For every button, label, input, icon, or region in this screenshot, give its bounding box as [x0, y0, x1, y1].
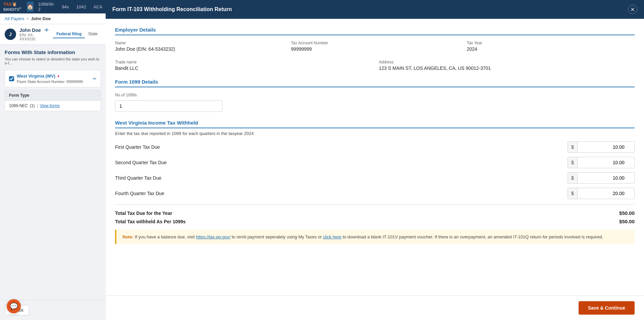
- q2-currency: $: [568, 157, 578, 168]
- forms-state-section: Forms With State information You can cho…: [0, 45, 106, 300]
- tax-account-value: 99999999: [291, 46, 459, 52]
- home-icon[interactable]: 🏠: [27, 2, 34, 12]
- modal-body: Employer Details Name John Doe (EIN: 64-…: [106, 19, 644, 295]
- q1-currency: $: [568, 142, 578, 152]
- q1-row: First Quarter Tax Due $: [115, 141, 635, 153]
- form-1099-section-header: Form 1099 Details: [115, 79, 635, 87]
- logo-text: TAX🦉BANDITS®: [3, 2, 21, 12]
- wv-income-section: West Virginia Income Tax Withheld Enter …: [115, 120, 635, 244]
- q4-row: Fourth Quarter Tax Due $: [115, 188, 635, 199]
- breadcrumb-separator: >: [26, 16, 29, 21]
- nav-1099-w2[interactable]: 1099/W-2: [36, 0, 57, 13]
- q3-currency: $: [568, 173, 578, 183]
- note-link-click-here[interactable]: click here: [323, 234, 341, 239]
- edit-icon[interactable]: ✏: [93, 76, 97, 81]
- forms-state-title: Forms With State information: [5, 49, 101, 55]
- employer-details-grid-2: Trade name Bandit LLC Address 123 S MAIN…: [115, 60, 635, 71]
- wv-desc: Enter the tax due reported in 1099 for e…: [115, 131, 635, 136]
- form-type-table: Form Type 1099-NEC (1) | View forms: [5, 90, 101, 111]
- tab-federal[interactable]: Federal filing: [53, 30, 85, 38]
- user-tabs: Federal filing State: [53, 30, 101, 38]
- trade-name-value: Bandit LLC: [115, 65, 371, 71]
- breadcrumb-current: John Doe: [31, 16, 51, 21]
- q2-input-wrapper: $: [568, 157, 635, 168]
- form-1099-section: No.of 1099s: [115, 93, 635, 112]
- note-link-wv[interactable]: https://tax.wv.gov/: [196, 234, 230, 239]
- note-text-1: If you have a balance due, visit: [135, 234, 196, 239]
- total-due-label: Total Tax Due for the Year: [115, 211, 172, 216]
- nav-94x[interactable]: 94x: [59, 3, 72, 11]
- no-of-1099s-input[interactable]: [115, 100, 222, 112]
- total-due-value: $50.00: [619, 210, 635, 216]
- q4-currency: $: [568, 188, 578, 199]
- name-label: Name: [115, 41, 283, 45]
- note-text-3: to download a blank IT-101V payment vouc…: [342, 234, 603, 239]
- tax-account-field: Tax Account Number 99999999: [291, 41, 459, 52]
- q2-label: Second Quarter Tax Due: [115, 160, 167, 165]
- address-label: Address: [379, 60, 635, 64]
- total-withheld-value: $50.00: [619, 219, 635, 224]
- user-name: John Doe: [19, 28, 41, 33]
- q4-label: Fourth Quarter Tax Due: [115, 191, 164, 196]
- q2-input[interactable]: [578, 157, 628, 168]
- q3-input[interactable]: [578, 173, 628, 183]
- state-account-info: Payer State Account Number: 99999999: [17, 80, 90, 84]
- trade-name-field: Trade name Bandit LLC: [115, 60, 371, 71]
- q4-input-wrapper: $: [568, 188, 635, 199]
- q3-row: Third Quarter Tax Due $: [115, 172, 635, 184]
- form-type-count: (1): [30, 103, 35, 108]
- employer-section-header: Employer Details: [115, 27, 635, 35]
- trade-name-label: Trade name: [115, 60, 371, 64]
- modal-title: Form IT-103 Withholding Reconciliation R…: [112, 6, 232, 12]
- note-box: Note: If you have a balance due, visit h…: [115, 230, 635, 244]
- nav-1042[interactable]: 1042: [73, 3, 89, 11]
- state-checkbox-wv[interactable]: [9, 76, 14, 81]
- user-ein: EIN: XX-XXXX232: [19, 33, 50, 41]
- employer-details-grid: Name John Doe (EIN: 64-5343232) Tax Acco…: [115, 41, 635, 52]
- tax-year-value: 2024: [467, 46, 635, 52]
- q4-input[interactable]: [578, 188, 628, 199]
- divider-1: [115, 204, 635, 205]
- save-continue-button[interactable]: Save & Continue: [579, 301, 635, 315]
- q2-row: Second Quarter Tax Due $: [115, 157, 635, 168]
- modal-header: Form IT-103 Withholding Reconciliation R…: [106, 0, 644, 19]
- chat-bubble[interactable]: 💬: [7, 299, 21, 313]
- modal-footer: Save & Continue: [106, 295, 644, 320]
- avatar: J: [5, 29, 16, 40]
- top-nav: TAX🦉BANDITS® 🏠 1099/W-2 94x 1042 ACA Pri…: [0, 0, 106, 13]
- employer-name-field: Name John Doe (EIN: 64-5343232): [115, 41, 283, 52]
- breadcrumb: All Payers > John Doe: [0, 13, 106, 24]
- state-item-wv: West Virginia (WV) ● Payer State Account…: [5, 70, 101, 87]
- tab-state[interactable]: State: [85, 30, 101, 38]
- address-value: 123 S MAIN ST, LOS ANGELES, CA, US 90012…: [379, 65, 635, 71]
- view-forms-link[interactable]: View forms: [40, 103, 60, 108]
- form-type-header: Form Type: [5, 90, 101, 101]
- modal-form-it103: Form IT-103 Withholding Reconciliation R…: [106, 0, 644, 320]
- form-type-value: 1099-NEC: [9, 103, 28, 108]
- user-area: J John Doe 👁 EIN: XX-XXXX232 Federal fil…: [0, 24, 106, 45]
- forms-state-desc: You can choose to select or deselect the…: [5, 57, 101, 65]
- q1-label: First Quarter Tax Due: [115, 144, 160, 150]
- q3-input-wrapper: $: [568, 172, 635, 184]
- modal-close-button[interactable]: ×: [628, 5, 637, 14]
- tax-year-label: Tax Year: [467, 41, 635, 45]
- total-withheld-row: Total Tax withheld As Per 1099s $50.00: [115, 219, 635, 224]
- wv-section-title: West Virginia Income Tax Withheld: [115, 120, 635, 128]
- total-withheld-label: Total Tax withheld As Per 1099s: [115, 219, 186, 224]
- tax-account-label: Tax Account Number: [291, 41, 459, 45]
- address-field: Address 123 S MAIN ST, LOS ANGELES, CA, …: [379, 60, 635, 71]
- note-label: Note:: [122, 234, 133, 239]
- form-type-row: 1099-NEC (1) | View forms: [5, 101, 101, 111]
- q1-input[interactable]: [578, 142, 628, 152]
- name-value: John Doe (EIN: 64-5343232): [115, 46, 283, 52]
- left-panel: TAX🦉BANDITS® 🏠 1099/W-2 94x 1042 ACA Pri…: [0, 0, 106, 320]
- nav-aca[interactable]: ACA: [91, 3, 105, 11]
- note-text-2: to remit payment seperately using My Tax…: [232, 234, 323, 239]
- q3-label: Third Quarter Tax Due: [115, 175, 161, 181]
- no-of-1099s-label: No.of 1099s: [115, 93, 635, 97]
- visibility-icon[interactable]: 👁: [44, 28, 49, 33]
- breadcrumb-all-payers[interactable]: All Payers: [5, 16, 24, 21]
- state-required-dot: ●: [57, 74, 59, 78]
- state-name-wv: West Virginia (WV): [17, 74, 55, 79]
- q1-input-wrapper: $: [568, 141, 635, 153]
